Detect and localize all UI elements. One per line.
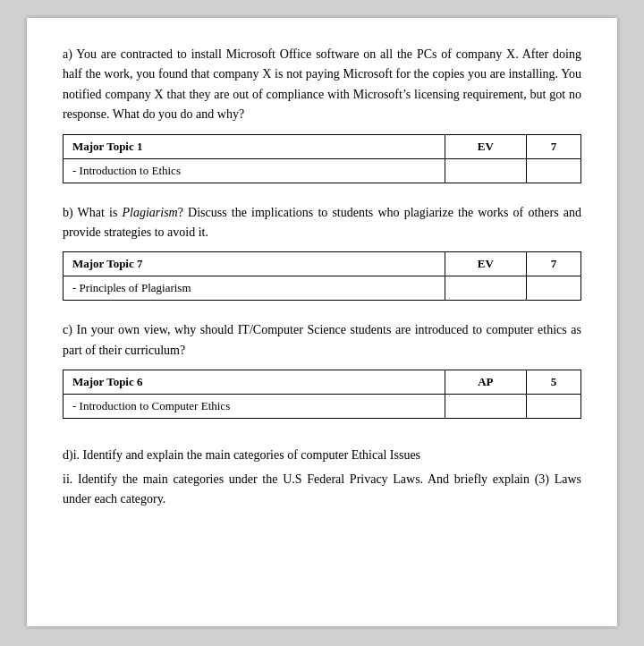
question-d-sub-ii-text: ii. Identify the main categories under t… [63,472,581,506]
table-a-header-ev: EV [445,134,526,158]
table-b-row-ev [445,276,526,301]
question-b: b) What is Plagiarism? Discuss the impli… [63,203,581,302]
table-a-row-ev [445,158,526,183]
question-d-sub-i-text: i. Identify and explain the main categor… [73,448,420,462]
question-d: d)i. Identify and explain the main categ… [63,446,581,509]
question-b-table: Major Topic 7 EV 7 - Principles of Plagi… [63,251,581,301]
exam-page: a) You are contracted to install Microso… [27,18,617,626]
question-a-text: a) You are contracted to install Microso… [63,45,581,125]
table-c-row-topic: - Introduction to Computer Ethics [64,395,445,419]
question-b-intro: What is [73,206,123,219]
question-c-label: c) [63,323,72,336]
table-c-header-ev: AP [445,370,526,395]
table-c-header-score: 5 [527,370,581,395]
question-a-body: You are contracted to install Microsoft … [63,47,581,121]
question-b-label: b) [63,206,73,219]
question-a-table: Major Topic 1 EV 7 - Introduction to Eth… [63,134,581,183]
table-a-row-score [527,158,581,183]
question-c-body: In your own view, why should IT/Computer… [63,323,581,356]
question-d-sub-i: d)i. Identify and explain the main categ… [63,446,581,465]
table-a-header-score: 7 [527,134,581,158]
question-c-table: Major Topic 6 AP 5 - Introduction to Com… [63,370,581,419]
table-b-row-score [527,276,581,301]
table-c-header-topic: Major Topic 6 [64,370,445,395]
table-b-header-topic: Major Topic 7 [64,252,445,276]
question-d-label: d) [63,448,73,462]
table-b-header-ev: EV [445,252,526,276]
question-b-text: b) What is Plagiarism? Discuss the impli… [63,203,581,243]
question-a-label: a) [63,47,72,61]
question-b-italic: Plagiarism [123,206,178,219]
table-c-row-score [527,395,581,419]
table-a-row-topic: - Introduction to Ethics [64,158,445,183]
question-a: a) You are contracted to install Microso… [63,45,581,183]
table-b-header-score: 7 [527,252,581,276]
table-c-row-ev [445,395,526,419]
table-a-header-topic: Major Topic 1 [64,134,445,158]
question-d-sub-ii: ii. Identify the main categories under t… [63,470,581,510]
question-c-text: c) In your own view, why should IT/Compu… [63,320,581,361]
table-b-row-topic: - Principles of Plagiarism [64,276,445,301]
question-c: c) In your own view, why should IT/Compu… [63,320,581,419]
